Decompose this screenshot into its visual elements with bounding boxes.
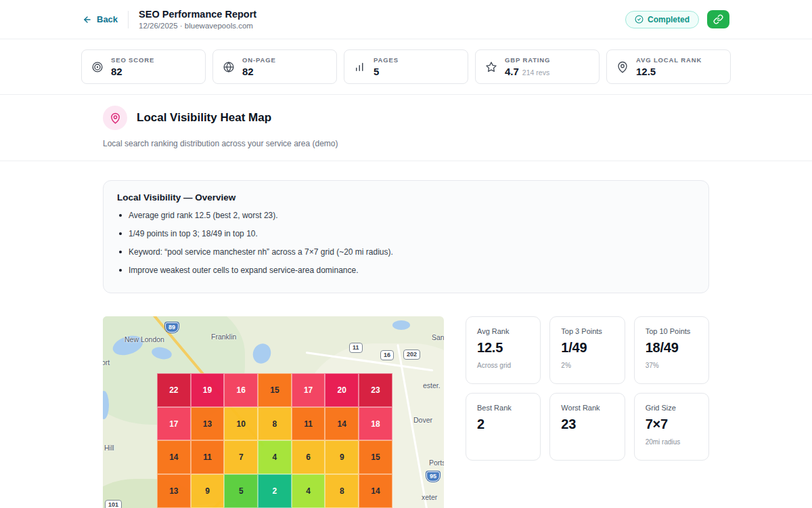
page-subtitle: 12/26/2025 · bluewavepools.com	[139, 22, 256, 30]
overview-card: Local Visibility — Overview Average grid…	[103, 180, 709, 293]
overview-bullet: Average grid rank 12.5 (best 2, worst 23…	[117, 209, 695, 221]
header-right: Completed	[625, 10, 729, 28]
route-shield-89: 89	[165, 322, 179, 333]
overview-bullet: Keyword: “pool service manchester nh” ac…	[117, 246, 695, 258]
heatmap-cell-r2c3: 10	[224, 407, 258, 441]
local-visibility-map[interactable]: 2219161517202317131081114181411746915139…	[103, 316, 444, 508]
back-arrow-icon	[83, 15, 92, 24]
metric-card-best-rank: Best Rank2	[466, 393, 541, 461]
heatmap-cell-r2c2: 13	[191, 407, 225, 441]
metric-label: Grid Size	[646, 404, 698, 412]
overview-bullet: 1/49 points in top 3; 18/49 in top 10.	[117, 228, 695, 240]
route-shield-16: 16	[380, 350, 394, 360]
stat-label: GBP RATING	[505, 56, 550, 64]
heatmap-cell-r4c4: 2	[258, 474, 292, 508]
stat-card-avg-local-rank: AVG LOCAL RANK12.5	[606, 49, 731, 84]
metric-card-top-3-points: Top 3 Points1/492%	[549, 316, 625, 384]
map-lake	[250, 341, 274, 366]
map-town-label: Dover	[413, 416, 432, 424]
heatmap-cell-r4c7: 14	[359, 474, 392, 508]
heatmap-cell-r1c2: 19	[191, 373, 225, 407]
heatmap-cell-r1c1: 22	[157, 373, 191, 407]
stat-label: AVG LOCAL RANK	[636, 56, 702, 64]
heatmap-cell-r2c7: 18	[359, 407, 392, 441]
metric-card-worst-rank: Worst Rank23	[549, 393, 625, 461]
route-shield-95: 95	[426, 471, 440, 482]
heatmap-cell-r3c2: 11	[191, 440, 225, 474]
heatmap-cell-r1c5: 17	[292, 373, 325, 407]
back-button[interactable]: Back	[83, 14, 118, 24]
section-header: Local Visibility Heat Map Local search r…	[0, 95, 812, 161]
map-town-label: New London	[125, 335, 164, 343]
stat-label: SEO SCORE	[111, 56, 154, 64]
globe-icon	[223, 61, 235, 73]
metric-card-grid-size: Grid Size7×720mi radius	[634, 393, 709, 461]
map-pin-icon	[110, 112, 121, 124]
metric-label: Top 10 Points	[646, 327, 698, 335]
status-badge-label: Completed	[648, 15, 690, 24]
bar-chart-icon	[354, 61, 366, 73]
map-town-label: ester.	[423, 381, 441, 389]
metric-sub: 20mi radius	[646, 438, 698, 446]
metric-value: 1/49	[561, 340, 613, 356]
heatmap-cell-r1c6: 20	[325, 373, 359, 407]
metric-label: Top 3 Points	[561, 327, 613, 335]
metric-sub: Across grid	[477, 362, 529, 369]
stat-card-gbp-rating: GBP RATING4.7214 revs	[475, 49, 600, 84]
main-content: Local Visibility — Overview Average grid…	[0, 161, 812, 508]
metric-value: 2	[477, 417, 529, 432]
header-divider	[128, 11, 129, 28]
heatmap-cell-r2c1: 17	[157, 407, 191, 441]
metric-sub: 37%	[646, 362, 698, 369]
stat-value: 12.5	[636, 66, 702, 77]
share-link-button[interactable]	[707, 10, 729, 28]
stat-value: 82	[242, 66, 276, 77]
overview-bullet: Improve weakest outer cells to expand se…	[117, 264, 695, 276]
title-block: SEO Performance Report 12/26/2025 · blue…	[139, 9, 256, 30]
stat-label: ON-PAGE	[242, 56, 276, 64]
map-town-label: ort	[103, 358, 110, 366]
heatmap-cell-r4c3: 5	[224, 474, 258, 508]
status-badge: Completed	[625, 11, 699, 28]
metric-sub: 2%	[561, 362, 613, 369]
heatmap-cell-r3c6: 9	[325, 440, 359, 474]
stat-value: 5	[374, 66, 399, 77]
back-label: Back	[97, 14, 118, 24]
heatmap-cell-r3c5: 6	[292, 440, 325, 474]
metric-value: 23	[561, 417, 613, 432]
metric-label: Worst Rank	[561, 404, 613, 412]
heatmap-cell-r3c3: 7	[224, 440, 258, 474]
metric-value: 12.5	[477, 340, 529, 356]
heatmap-cell-r4c6: 8	[325, 474, 359, 508]
metrics-grid: Avg Rank12.5Across gridTop 3 Points1/492…	[466, 316, 709, 508]
stats-row: SEO SCORE82ON-PAGE82PAGES5GBP RATING4.72…	[0, 39, 812, 95]
stat-card-on-page: ON-PAGE82	[212, 49, 337, 84]
metric-label: Avg Rank	[477, 327, 529, 335]
star-icon	[485, 61, 497, 73]
heatmap-cell-r1c4: 15	[258, 373, 292, 407]
overview-bullet-list: Average grid rank 12.5 (best 2, worst 23…	[117, 209, 695, 276]
heatmap-grid: 2219161517202317131081114181411746915139…	[157, 373, 392, 508]
section-title: Local Visibility Heat Map	[137, 111, 271, 125]
route-shield-11: 11	[349, 343, 363, 353]
route-shield-101: 101	[105, 500, 122, 508]
heatmap-cell-r3c7: 15	[359, 440, 392, 474]
map-town-label: xeter	[422, 493, 437, 501]
map-pin-badge	[103, 106, 127, 130]
heatmap-cell-r4c2: 9	[191, 474, 225, 508]
heatmap-cell-r1c7: 23	[359, 373, 392, 407]
section-title-row: Local Visibility Heat Map	[103, 106, 709, 130]
map-town-label: Franklin	[211, 333, 236, 341]
page-title: SEO Performance Report	[139, 9, 256, 20]
map-town-label: Sanf	[432, 333, 444, 341]
heatmap-cell-r3c1: 14	[157, 440, 191, 474]
report-header: Back SEO Performance Report 12/26/2025 ·…	[0, 0, 812, 39]
metric-value: 18/49	[646, 340, 698, 356]
map-lake	[392, 320, 410, 330]
heatmap-cell-r3c4: 4	[258, 440, 292, 474]
heatmap-cell-r2c4: 8	[258, 407, 292, 441]
metric-label: Best Rank	[477, 404, 529, 412]
map-town-label: Ports	[429, 459, 444, 467]
metric-card-top-10-points: Top 10 Points18/4937%	[634, 316, 709, 384]
map-pin-icon	[616, 61, 629, 73]
